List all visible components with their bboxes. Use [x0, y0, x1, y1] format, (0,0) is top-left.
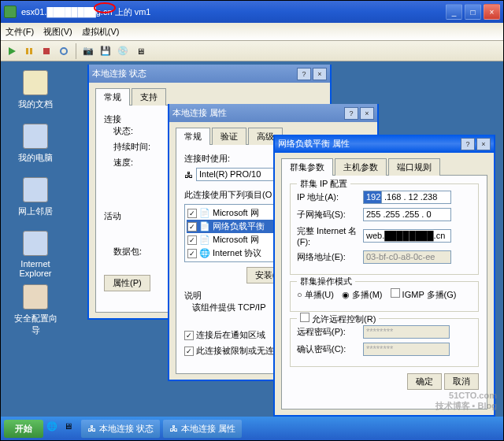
guest-desktop: 我的文档 我的电脑 网上邻居 Internet Explorer 安全配置向导 …	[1, 62, 503, 417]
vm-icon	[4, 6, 17, 18]
tab-cluster-params[interactable]: 群集参数	[281, 158, 333, 176]
close-button[interactable]: ×	[484, 4, 500, 20]
power-on-icon[interactable]	[4, 43, 20, 59]
vm-titlebar: esx01.████████g.cn 上的 vm1 _ □ ×	[1, 1, 503, 23]
desktop-icon-secwizard[interactable]: 安全配置向导	[12, 284, 59, 336]
maximize-button[interactable]: □	[465, 4, 481, 20]
menu-file[interactable]: 文件(F)	[6, 26, 34, 38]
notify-checkbox[interactable]: ✓	[184, 331, 194, 340]
screen-icon[interactable]: 🖥	[132, 43, 148, 59]
desktop-icon-mydocs[interactable]: 我的文档	[12, 70, 59, 110]
snapshot-icon[interactable]: 📷	[80, 43, 96, 59]
cancel-button[interactable]: 取消	[444, 373, 479, 390]
taskbar: 开始 🌐 🖥 🖧 本地连接 状态 🖧 本地连接 属性	[1, 417, 503, 440]
reset-icon[interactable]	[56, 43, 72, 59]
mac-display: 03-bf-c0-a8-0c-ee	[363, 250, 451, 264]
svg-marker-0	[9, 47, 16, 55]
remote-checkbox[interactable]: 允许远程控制(R)	[297, 313, 379, 325]
confirm-pw: ********	[363, 343, 450, 356]
tab-support[interactable]: 支持	[132, 88, 166, 106]
win3-titlebar[interactable]: 网络负载平衡 属性 ?×	[275, 135, 494, 153]
start-button[interactable]: 开始	[4, 420, 43, 438]
svg-rect-1	[26, 48, 28, 54]
win2-titlebar[interactable]: 本地连接 属性 ?×	[169, 104, 377, 122]
task-conn-props[interactable]: 🖧 本地连接 属性	[163, 420, 242, 438]
radio-multicast[interactable]: ◉ 多播(M)	[342, 289, 383, 301]
menu-vm[interactable]: 虚拟机(V)	[82, 26, 120, 38]
properties-button[interactable]: 属性(P)	[104, 275, 150, 291]
close-icon[interactable]: ×	[313, 68, 327, 80]
ok-button[interactable]: 确定	[407, 373, 442, 390]
check-igmp[interactable]: IGMP 多播(G)	[391, 288, 457, 301]
desktop-icon-network[interactable]: 网上邻居	[12, 177, 59, 217]
fqdn-input[interactable]: web.████████.cn	[363, 229, 451, 243]
cdrom-icon[interactable]: 💿	[115, 43, 131, 59]
help-icon[interactable]: ?	[344, 107, 358, 120]
quick-ie-icon[interactable]: 🌐	[46, 421, 61, 435]
close-icon[interactable]: ×	[360, 107, 374, 120]
ip-rest[interactable]: .168 . 12 .238	[382, 191, 451, 204]
menu-view[interactable]: 视图(V)	[43, 26, 72, 38]
disk-icon[interactable]: 💾	[98, 43, 113, 59]
quick-desktop-icon[interactable]: 🖥	[64, 421, 78, 435]
toolbar: 📷 💾 💿 🖥	[1, 41, 503, 61]
remote-pw: ********	[363, 325, 450, 339]
svg-rect-2	[30, 48, 32, 54]
menubar: 文件(F) 视图(V) 虚拟机(V)	[1, 23, 503, 41]
window-nlb-props: 网络负载平衡 属性 ?× 群集参数 主机参数 端口规则 群集 IP 配置 IP …	[273, 135, 495, 417]
win1-titlebar[interactable]: 本地连接 状态 ?×	[89, 65, 330, 83]
svg-point-4	[61, 48, 67, 54]
stop-icon[interactable]	[39, 43, 54, 59]
tab-general[interactable]: 常规	[95, 88, 130, 106]
tab-auth[interactable]: 验证	[212, 128, 246, 145]
mask-input[interactable]: 255 .255 .255 . 0	[363, 208, 451, 221]
vm-title: esx01.████████g.cn 上的 vm1	[21, 6, 150, 18]
limited-checkbox[interactable]: ✓	[184, 346, 194, 356]
tab-general[interactable]: 常规	[176, 128, 210, 145]
desktop-icon-ie[interactable]: Internet Explorer	[12, 231, 59, 278]
task-conn-status[interactable]: 🖧 本地连接 状态	[81, 420, 160, 438]
tab-port-rules[interactable]: 端口规则	[388, 158, 440, 176]
nic-icon: 🖧	[184, 170, 193, 180]
radio-unicast[interactable]: ○ 单播(U)	[297, 289, 334, 301]
pause-icon[interactable]	[21, 43, 37, 59]
help-icon[interactable]: ?	[297, 68, 311, 80]
desktop-icon-mycomputer[interactable]: 我的电脑	[12, 124, 59, 164]
ip-octet1[interactable]: 192	[363, 191, 382, 204]
minimize-button[interactable]: _	[446, 4, 462, 20]
close-icon[interactable]: ×	[476, 138, 491, 150]
tab-host-params[interactable]: 主机参数	[335, 158, 387, 176]
svg-rect-3	[43, 48, 50, 54]
help-icon[interactable]: ?	[461, 138, 475, 150]
